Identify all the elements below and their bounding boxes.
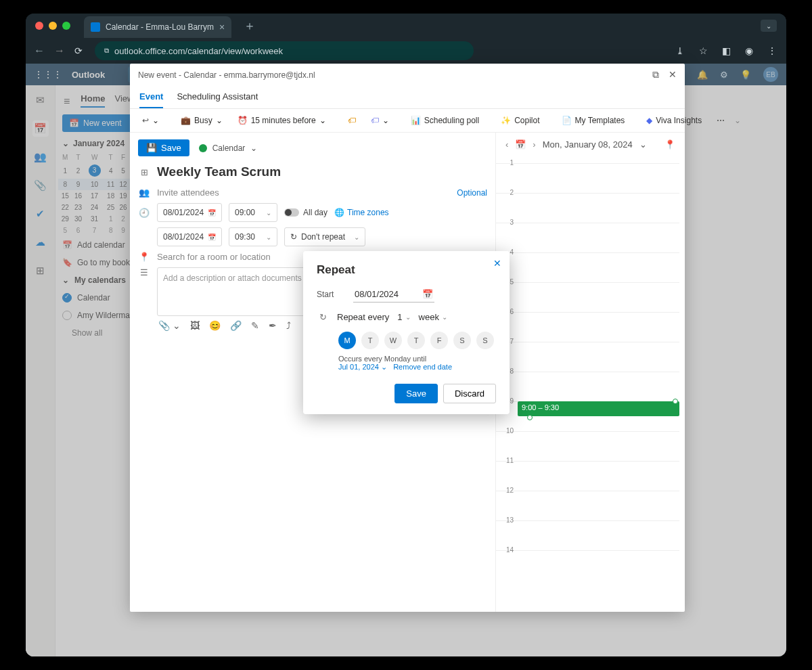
start-date-input[interactable]: 08/01/2024📅	[157, 203, 222, 222]
attach-icon[interactable]: 📎 ⌄	[158, 320, 181, 331]
settings-icon[interactable]: ⚙	[720, 70, 728, 80]
weekday-toggle[interactable]: T	[407, 332, 425, 349]
day-grid[interactable]: 12345678910111213149:00 – 9:30	[496, 156, 685, 612]
save-button[interactable]: 💾 Save	[138, 139, 189, 156]
draw-icon[interactable]: ✎	[251, 320, 259, 331]
repeat-start-input[interactable]: 08/01/2024 📅	[353, 286, 434, 303]
resize-handle-icon[interactable]	[527, 415, 533, 420]
all-day-toggle[interactable]: All day	[284, 208, 328, 217]
hour-row[interactable]: 11	[496, 461, 679, 491]
hour-row[interactable]: 6	[496, 312, 679, 342]
emoji-icon[interactable]: 😊	[209, 320, 221, 331]
resize-handle-icon[interactable]	[673, 399, 678, 404]
response-options-button[interactable]: ↩︎⌄	[137, 113, 164, 128]
repeat-dropdown[interactable]: ↻Don't repeat⌄	[284, 227, 365, 246]
weekday-toggle[interactable]: F	[430, 332, 448, 349]
rail-mail-icon[interactable]: ✉	[32, 92, 49, 108]
hamburger-icon[interactable]: ≡	[64, 95, 70, 108]
hour-row[interactable]: 7	[496, 342, 679, 372]
repeat-discard-button[interactable]: Discard	[443, 384, 496, 403]
close-tab-icon[interactable]: ×	[219, 22, 225, 32]
signature-icon[interactable]: ✒	[269, 320, 277, 331]
close-window-icon[interactable]	[35, 22, 43, 30]
back-icon[interactable]: ←	[34, 45, 45, 57]
tab-home[interactable]: Home	[81, 93, 105, 108]
today-icon[interactable]: 📅	[515, 139, 526, 150]
rail-calendar-icon[interactable]: 📅	[32, 120, 49, 137]
tips-icon[interactable]: 💡	[740, 70, 751, 80]
show-as-button[interactable]: 💼Busy⌄	[175, 113, 228, 128]
checkbox-icon[interactable]	[62, 311, 72, 320]
prev-day-icon[interactable]: ‹	[505, 139, 508, 150]
optional-link[interactable]: Optional	[457, 188, 487, 198]
hour-row[interactable]: 13	[496, 520, 679, 550]
weekday-toggle[interactable]: S	[453, 332, 471, 349]
rail-cloud-icon[interactable]: ☁	[32, 234, 49, 250]
timezones-link[interactable]: 🌐Time zones	[334, 208, 389, 217]
popout-icon[interactable]: ⧉	[652, 69, 659, 81]
copilot-button[interactable]: ✨Copilot	[495, 113, 545, 128]
weekday-toggle[interactable]: M	[338, 332, 356, 349]
picture-icon[interactable]: 🖼	[190, 320, 200, 331]
weekday-toggle[interactable]: S	[476, 332, 494, 349]
remove-end-date-link[interactable]: Remove end date	[393, 363, 452, 371]
new-tab-icon[interactable]: ＋	[244, 18, 256, 34]
hour-row[interactable]: 2	[496, 193, 679, 223]
more-commands-button[interactable]: ⋯	[711, 113, 730, 128]
templates-button[interactable]: 📄My Templates	[556, 113, 631, 128]
hour-row[interactable]: 1	[496, 163, 679, 193]
rail-todo-icon[interactable]: ✔	[32, 206, 49, 222]
weekday-toggle[interactable]: W	[384, 332, 402, 349]
end-time-input[interactable]: 09:30⌄	[229, 227, 277, 246]
link-icon[interactable]: 🔗	[230, 320, 242, 331]
notifications-icon[interactable]: 🔔	[697, 70, 708, 80]
repeat-count-select[interactable]: 1⌄	[397, 312, 410, 322]
panel-icon[interactable]: ◧	[720, 45, 732, 56]
hour-row[interactable]: 10	[496, 431, 679, 461]
more-format-icon[interactable]: ⤴	[286, 320, 291, 331]
minimize-window-icon[interactable]	[49, 22, 57, 30]
tab-scheduling-assistant[interactable]: Scheduling Assistant	[177, 86, 258, 108]
event-block[interactable]: 9:00 – 9:30	[518, 401, 679, 416]
hour-row[interactable]: 4	[496, 252, 679, 282]
maximize-window-icon[interactable]	[62, 22, 70, 30]
hour-row[interactable]: 3	[496, 223, 679, 252]
categorize-button[interactable]: 🏷	[342, 113, 361, 128]
calendar-picker[interactable]: Calendar ⌄	[199, 143, 258, 153]
next-day-icon[interactable]: ›	[533, 139, 535, 150]
hour-row[interactable]: 14	[496, 550, 679, 580]
rail-people-icon[interactable]: 👥	[32, 149, 49, 165]
scheduling-poll-button[interactable]: 📊Scheduling poll	[405, 113, 484, 128]
site-info-icon[interactable]: ⧉	[104, 47, 109, 55]
hour-row[interactable]: 8	[496, 372, 679, 401]
viva-insights-button[interactable]: ◆Viva Insights	[641, 113, 707, 128]
start-time-input[interactable]: 09:00⌄	[229, 203, 277, 222]
bookmark-icon[interactable]: ☆	[697, 45, 709, 56]
address-bar[interactable]: ⧉ outlook.office.com/calendar/view/workw…	[95, 41, 474, 60]
chevron-down-icon[interactable]: ⌄	[639, 139, 647, 150]
close-icon[interactable]: ✕	[493, 258, 501, 269]
until-date-link[interactable]: Jul 01, 2024 ⌄	[338, 363, 387, 371]
location-input[interactable]: Search for a room or location	[157, 252, 271, 262]
app-launcher-icon[interactable]: ⋮⋮⋮	[34, 69, 62, 80]
forward-icon[interactable]: →	[54, 45, 65, 57]
close-icon[interactable]: ✕	[669, 69, 677, 81]
browser-tabs-menu[interactable]: ⌄	[761, 20, 777, 32]
reminder-button[interactable]: ⏰15 minutes before⌄	[232, 113, 332, 128]
day-header[interactable]: Mon, January 08, 2024	[543, 139, 633, 150]
browser-menu-icon[interactable]: ⋮	[766, 45, 778, 56]
calendar-icon[interactable]: 📅	[422, 289, 433, 299]
ribbon-chevron-icon[interactable]: ⌄	[734, 116, 741, 125]
install-app-icon[interactable]: ⤓	[674, 45, 686, 56]
end-date-input[interactable]: 08/01/2024📅	[157, 227, 222, 246]
reload-icon[interactable]: ⟳	[74, 45, 83, 56]
tab-event[interactable]: Event	[139, 86, 163, 108]
chevron-down-icon[interactable]: ⌄	[62, 139, 69, 148]
browser-tab[interactable]: Calendar - Emma-Lou Barrym ×	[84, 16, 231, 38]
account-avatar[interactable]: EB	[763, 67, 778, 82]
checkbox-icon[interactable]	[62, 293, 72, 303]
invite-attendees-input[interactable]: Invite attendees	[157, 187, 219, 198]
location-pin-icon[interactable]: 📍	[664, 139, 675, 150]
private-button[interactable]: 🏷⌄	[365, 113, 394, 128]
rail-files-icon[interactable]: 📎	[32, 177, 49, 194]
